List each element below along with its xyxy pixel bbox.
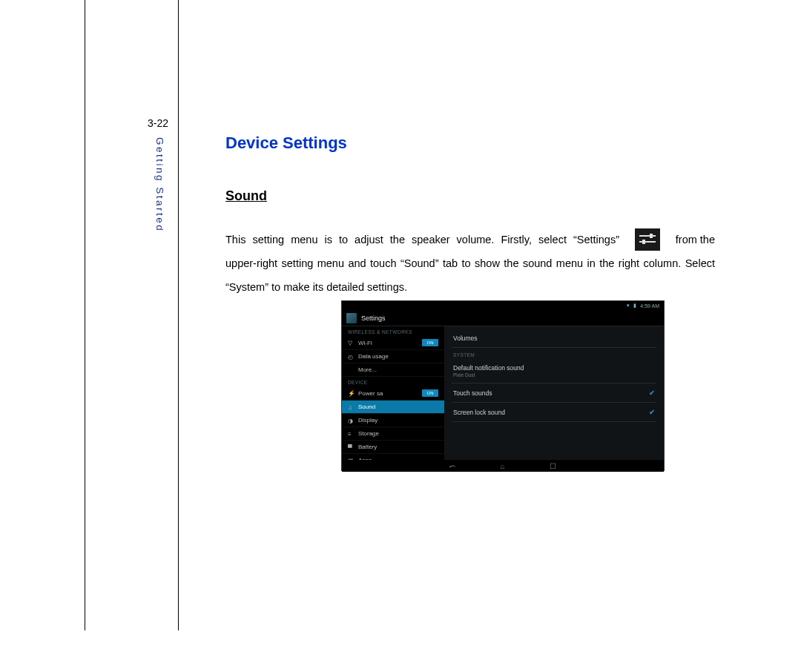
outer-margin-rule — [85, 0, 85, 630]
page-number: 3-22 — [148, 117, 168, 129]
battery-icon: ▀ — [348, 444, 354, 450]
data-usage-icon: ◴ — [348, 354, 354, 360]
app-title: Settings — [361, 314, 386, 322]
row-volumes[interactable]: Volumes — [452, 329, 656, 348]
row-label: Default notification sound — [453, 364, 524, 372]
sidebar-item-label: Sound — [358, 403, 375, 410]
sidebar-item-more[interactable]: More... — [342, 363, 444, 377]
page-title: Device Settings — [225, 134, 715, 153]
para-line1-right: from the — [676, 228, 715, 251]
sidebar-item-label: Battery — [358, 444, 377, 450]
storage-icon: ≡ — [348, 431, 354, 437]
wifi-icon: ▾ — [627, 303, 630, 309]
status-bar: ▾ ▮ 4:59 AM — [342, 301, 664, 310]
sidebar-item-apps[interactable]: ▦ Apps — [342, 454, 444, 460]
row-default-notification[interactable]: Default notification sound Pixie Dust — [452, 359, 656, 383]
sidebar-item-data-usage[interactable]: ◴ Data usage — [342, 350, 444, 363]
sidebar-item-display[interactable]: ◑ Display — [342, 414, 444, 427]
sidebar-section-wireless: WIRELESS & NETWORKS — [342, 326, 444, 336]
section-side-label: Getting Started — [154, 137, 165, 232]
check-icon[interactable]: ✔ — [649, 389, 655, 397]
settings-main-panel: Volumes SYSTEM Default notification soun… — [444, 326, 664, 460]
android-nav-bar: ⤺ ⌂ ☐ — [342, 460, 664, 472]
sidebar-item-label: Display — [358, 417, 378, 424]
settings-sliders-icon — [635, 228, 660, 251]
instruction-paragraph: This setting menu is to adjust the speak… — [225, 228, 715, 299]
wifi-icon: ▽ — [348, 340, 354, 346]
nav-back-icon[interactable]: ⤺ — [449, 462, 455, 470]
settings-sidebar: WIRELESS & NETWORKS ▽ Wi-Fi ON ◴ Data us… — [342, 326, 444, 460]
sidebar-item-label: Power sa — [358, 390, 383, 397]
sidebar-item-label: More... — [358, 366, 377, 373]
sidebar-item-wifi[interactable]: ▽ Wi-Fi ON — [342, 336, 444, 350]
para-line1-left: This setting menu is to adjust the speak… — [225, 228, 619, 251]
row-screen-lock-sound[interactable]: Screen lock sound ✔ — [452, 403, 656, 422]
power-icon: ⚡ — [348, 390, 354, 396]
sound-icon: ♫ — [348, 404, 354, 410]
sidebar-item-label: Wi-Fi — [358, 340, 372, 346]
sidebar-item-label: Data usage — [358, 353, 389, 360]
nav-recent-icon[interactable]: ☐ — [550, 462, 556, 470]
apps-icon: ▦ — [348, 458, 354, 461]
row-subtext: Pixie Dust — [453, 372, 524, 378]
row-touch-sounds[interactable]: Touch sounds ✔ — [452, 383, 656, 403]
sidebar-item-storage[interactable]: ≡ Storage — [342, 427, 444, 441]
sidebar-item-label: Storage — [358, 430, 379, 437]
sidebar-item-battery[interactable]: ▀ Battery — [342, 441, 444, 454]
sidebar-item-sound[interactable]: ♫ Sound — [342, 401, 444, 414]
nav-home-icon[interactable]: ⌂ — [500, 462, 504, 470]
para-rest: upper-right setting menu and touch “Soun… — [225, 251, 715, 299]
power-saving-toggle[interactable]: ON — [422, 389, 438, 397]
main-section-system: SYSTEM — [452, 348, 656, 359]
wifi-toggle[interactable]: ON — [422, 339, 438, 346]
row-label: Volumes — [453, 335, 478, 342]
display-icon: ◑ — [348, 418, 354, 424]
settings-app-icon — [346, 313, 357, 323]
row-label: Screen lock sound — [453, 409, 505, 416]
subsection-title: Sound — [225, 188, 715, 204]
row-label: Touch sounds — [453, 389, 492, 397]
app-title-bar: Settings — [342, 310, 664, 326]
android-sound-settings-screenshot: ▾ ▮ 4:59 AM Settings WIRELESS & NETWORKS… — [341, 300, 665, 471]
status-time: 4:59 AM — [640, 303, 659, 309]
blank-icon — [348, 367, 354, 373]
battery-icon: ▮ — [633, 303, 636, 309]
sidebar-item-label: Apps — [358, 457, 372, 460]
sidebar-section-device: DEVICE — [342, 377, 444, 386]
check-icon[interactable]: ✔ — [649, 408, 655, 416]
inner-margin-rule — [178, 0, 179, 630]
sidebar-item-power-saving[interactable]: ⚡ Power sa ON — [342, 386, 444, 401]
